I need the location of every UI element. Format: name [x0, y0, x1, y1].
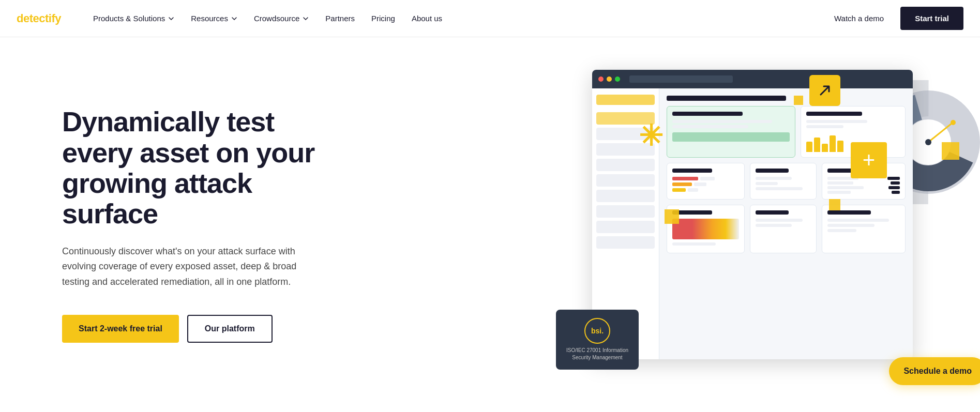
nav-actions: Watch a demo Start trial: [826, 7, 963, 30]
dash-remediation-title: [827, 210, 871, 215]
schedule-demo-button[interactable]: Schedule a demo: [889, 357, 980, 385]
dash-policies-card: [750, 163, 817, 200]
dash-sidebar-vulns[interactable]: [596, 174, 655, 187]
vuln-bar-critical: [672, 177, 698, 180]
dash-vuln-high: [672, 182, 739, 186]
hero-subtitle: Continuously discover what's on your att…: [62, 244, 321, 290]
logo[interactable]: detectify: [17, 12, 61, 25]
svg-point-8: [951, 120, 956, 125]
dash-sidebar-ips[interactable]: [596, 159, 655, 171]
chevron-down-icon: [168, 16, 174, 22]
dash-gdpr-card: [667, 106, 795, 158]
dash-logo-bar: [596, 95, 655, 105]
rem-line1: [827, 219, 889, 222]
attack-item4: [827, 191, 851, 194]
attack-item2: [827, 181, 853, 185]
attack-item3: [827, 186, 864, 189]
dashboard-mockup: [592, 70, 913, 359]
dash-remediation-card: [822, 205, 906, 253]
score-line1: [756, 219, 803, 222]
dash-main-content: [659, 88, 913, 359]
nav-item-resources[interactable]: Resources: [184, 10, 245, 27]
dash-scores-title: [756, 210, 789, 215]
bar1: [806, 142, 812, 152]
deco-square-1: [665, 209, 679, 224]
bar4: [830, 135, 836, 152]
dash-policies-title: [756, 169, 789, 173]
dash-bottom-row: [667, 205, 906, 253]
hero-section: Dynamically test every asset on your gro…: [0, 37, 980, 412]
dash-surface-title: [806, 112, 863, 116]
start-trial-hero-button[interactable]: Start 2-week free trial: [62, 315, 179, 343]
dash-vuln-list: [672, 177, 739, 192]
chevron-down-icon: [231, 16, 237, 22]
dash-sidebar-findings[interactable]: [596, 221, 655, 233]
attack-row4: [827, 191, 900, 194]
rem-line3: [827, 229, 856, 232]
window-close-dot: [598, 77, 604, 82]
pol-line2: [756, 182, 778, 185]
nav-item-about[interactable]: About us: [404, 10, 449, 27]
assets-bar-chart: [672, 219, 739, 239]
dash-scores-card: [750, 205, 817, 253]
vuln-label-critical: [700, 177, 715, 180]
attack-val2: [891, 181, 900, 185]
rem-line2: [827, 224, 875, 227]
dash-line2: [672, 125, 748, 128]
dash-sidebar-reports[interactable]: [596, 236, 655, 249]
nav-item-partners[interactable]: Partners: [318, 10, 362, 27]
deco-square-3: [829, 199, 840, 210]
dash-vuln-title: [672, 169, 712, 173]
plus-icon: +: [851, 142, 887, 178]
chevron-down-icon: [303, 16, 309, 22]
nav-item-pricing[interactable]: Pricing: [364, 10, 402, 27]
dash-gdpr-bar: [672, 132, 790, 142]
window-min-dot: [607, 77, 612, 82]
dash-vuln-medium: [672, 188, 739, 192]
our-platform-button[interactable]: Our platform: [187, 315, 273, 343]
dash-card-gdpr-title: [672, 112, 743, 116]
vuln-label-high: [694, 182, 706, 186]
start-trial-button[interactable]: Start trial: [900, 7, 963, 30]
bsi-text: ISO/IEC 27001 Information Security Manag…: [564, 347, 630, 361]
asterisk-icon: ✳: [639, 121, 663, 150]
dash-vuln-critical: [672, 177, 739, 180]
svg-point-7: [925, 139, 931, 145]
attack-row2: [827, 181, 900, 185]
url-bar: [629, 75, 733, 83]
dash-sidebar-tech[interactable]: [596, 190, 655, 202]
bar2: [814, 138, 820, 152]
nav-item-products[interactable]: Products & Solutions: [86, 10, 182, 27]
pol-line3: [756, 187, 803, 190]
assets-line: [672, 242, 716, 246]
attack-val3: [888, 186, 900, 189]
hero-content: Dynamically test every asset on your gro…: [62, 106, 352, 343]
dash-line1: [672, 120, 772, 123]
bsi-badge: bsi. ISO/IEC 27001 Information Security …: [556, 310, 639, 370]
vuln-bar-medium: [672, 188, 686, 192]
dash-overview-title: [667, 96, 786, 101]
watch-demo-button[interactable]: Watch a demo: [826, 10, 892, 27]
attack-row3: [827, 186, 900, 189]
hero-visual: ✳ +: [551, 49, 980, 401]
attack-val1: [887, 177, 900, 180]
attack-val4: [892, 191, 900, 194]
dash-surface-line1: [806, 120, 867, 123]
nav-item-crowdsource[interactable]: Crowdsource: [247, 10, 316, 27]
dash-sidebar-policies[interactable]: [596, 205, 655, 218]
bar3: [822, 144, 828, 152]
dash-header: [592, 70, 913, 88]
bar5: [837, 141, 843, 152]
vuln-bar-high: [672, 182, 692, 186]
arrow-icon: [809, 75, 840, 106]
dash-vuln-card: [667, 163, 745, 200]
nav-links: Products & Solutions Resources Crowdsour…: [86, 10, 826, 27]
hero-title: Dynamically test every asset on your gro…: [62, 106, 352, 230]
dash-attack-list: [827, 177, 900, 194]
bsi-logo: bsi.: [584, 318, 610, 344]
navbar: detectify Products & Solutions Resources…: [0, 0, 980, 37]
window-max-dot: [615, 77, 620, 82]
deco-square-2: [794, 96, 803, 105]
vuln-label-medium: [688, 188, 698, 192]
pol-line1: [756, 177, 792, 180]
